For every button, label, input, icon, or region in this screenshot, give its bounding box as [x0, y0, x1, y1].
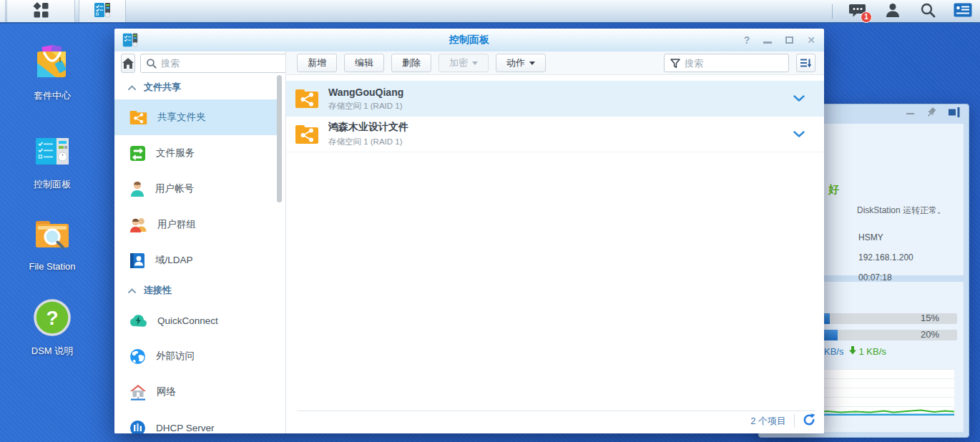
notification-badge: 1 — [861, 11, 872, 23]
delete-button[interactable]: 删除 — [391, 54, 431, 72]
sidebar-item-quickconnect[interactable]: QuickConnect — [114, 303, 285, 338]
window-titlebar[interactable]: 控制面板 ? ✕ — [114, 29, 824, 51]
desktop-icon-label: 控制面板 — [34, 178, 71, 191]
dhcp-server-icon — [129, 420, 146, 434]
sidebar-search-box[interactable] — [140, 54, 286, 73]
sidebar-item-label: 外部访问 — [156, 350, 195, 363]
desktop-icon-label: File Station — [29, 261, 75, 272]
search-icon — [146, 58, 157, 69]
sort-button[interactable] — [796, 54, 815, 72]
caret-down-icon — [529, 62, 535, 65]
home-icon — [122, 57, 134, 69]
main-menu-button[interactable] — [6, 0, 75, 22]
minimize-button[interactable] — [763, 37, 772, 44]
package-center-icon — [33, 43, 72, 84]
ip-address-value: 192.168.1.200 — [858, 252, 913, 262]
network-speed-row: KB/s 1 KB/s — [824, 346, 886, 357]
sidebar-group-title: 文件共享 — [144, 81, 181, 94]
delete-label: 删除 — [402, 57, 421, 69]
file-services-icon — [129, 145, 146, 162]
home-button[interactable] — [121, 54, 135, 73]
filter-search-input[interactable] — [685, 58, 783, 69]
server-name-value: HSMY — [858, 232, 883, 242]
search-button[interactable] — [918, 1, 938, 21]
user-menu-button[interactable] — [883, 1, 903, 21]
maximize-icon — [785, 36, 793, 44]
taskbar-edge-button[interactable] — [0, 0, 6, 22]
file-station-icon — [32, 215, 72, 256]
widget-minimize-icon[interactable] — [906, 113, 914, 114]
desktop-icon-control-panel[interactable]: 控制面板 — [24, 132, 81, 191]
shared-folder-list: WangGouQiang 存储空间 1 (RAID 1) — [286, 81, 824, 152]
folder-location: 存储空间 1 (RAID 1) — [328, 137, 408, 147]
uptime-value: 00:07:18 — [858, 272, 892, 283]
sidebar-item-label: 网络 — [157, 385, 176, 398]
shared-folder-row[interactable]: 鸿森木业设计文件 存储空间 1 (RAID 1) — [286, 117, 824, 152]
edit-button[interactable]: 编辑 — [344, 54, 384, 72]
sidebar-item-user-account[interactable]: 用户帐号 — [114, 171, 285, 207]
item-count: 2 个项目 — [750, 415, 786, 428]
sidebar-group-connectivity[interactable]: 连接性 — [114, 278, 285, 303]
desktop-icon-file-station[interactable]: File Station — [24, 215, 81, 272]
cpu-percent-label: 15% — [921, 313, 939, 323]
sidebar-item-shared-folder[interactable]: 共享文件夹 — [114, 99, 280, 135]
sidebar-item-dhcp-server[interactable]: DHCP Server — [114, 410, 285, 433]
download-arrow-icon — [849, 346, 856, 357]
help-button[interactable]: ? — [744, 35, 750, 45]
desktop-icon-package-center[interactable]: 套件中心 — [24, 43, 81, 102]
main-menu-icon — [32, 1, 49, 21]
ram-percent-label: 20% — [921, 329, 939, 340]
widget-stack-icon[interactable] — [949, 107, 960, 120]
control-panel-window: 控制面板 ? ✕ — [114, 29, 824, 433]
sidebar-item-user-group[interactable]: 用户群组 — [114, 207, 285, 242]
sidebar-scrollbar[interactable] — [277, 75, 282, 202]
filter-icon — [670, 59, 680, 68]
maximize-button[interactable] — [785, 36, 793, 44]
quickconnect-icon — [129, 314, 147, 327]
chevron-down-icon[interactable] — [793, 95, 805, 102]
taskbar: 1 — [0, 0, 980, 24]
notifications-button[interactable]: 1 — [848, 1, 868, 21]
minimize-icon — [763, 41, 772, 44]
shared-folder-icon — [129, 110, 147, 125]
encrypt-label: 加密 — [449, 57, 468, 69]
close-button[interactable]: ✕ — [807, 35, 815, 45]
chevron-down-icon[interactable] — [793, 131, 805, 138]
taskbar-divider — [832, 4, 833, 19]
sidebar-group-title: 连接性 — [144, 284, 172, 297]
folder-location: 存储空间 1 (RAID 1) — [328, 101, 403, 112]
encrypt-dropdown-button[interactable]: 加密 — [438, 54, 489, 72]
shared-folder-row[interactable]: WangGouQiang 存储空间 1 (RAID 1) — [286, 81, 824, 117]
action-dropdown-button[interactable]: 动作 — [496, 54, 546, 72]
taskbar-control-panel-button[interactable] — [79, 0, 126, 22]
sidebar-item-label: 文件服务 — [156, 147, 195, 159]
sidebar: 文件共享 共享文件夹 文件服务 — [114, 51, 286, 433]
pin-icon[interactable] — [926, 107, 936, 121]
pilot-view-button[interactable] — [953, 1, 973, 21]
sidebar-group-file-sharing[interactable]: 文件共享 — [114, 75, 285, 99]
sidebar-item-network[interactable]: 网络 — [114, 374, 285, 410]
desktop-icon-dsm-help[interactable]: ? DSM 说明 — [24, 298, 81, 358]
control-panel-icon — [93, 1, 112, 22]
sidebar-item-label: 域/LDAP — [155, 254, 193, 267]
chevron-up-icon — [128, 85, 136, 90]
sidebar-item-label: DHCP Server — [156, 423, 215, 433]
user-group-icon — [129, 216, 147, 233]
sidebar-item-external-access[interactable]: 外部访问 — [114, 338, 285, 374]
desktop-icon-label: DSM 说明 — [31, 345, 74, 358]
window-title: 控制面板 — [114, 29, 824, 51]
refresh-button[interactable] — [803, 413, 815, 429]
sort-icon — [800, 58, 812, 69]
add-button[interactable]: 新增 — [297, 54, 337, 72]
toolbar: 新增 编辑 删除 加密 动作 — [286, 51, 824, 75]
add-label: 新增 — [308, 57, 326, 69]
dsm-help-icon: ? — [33, 298, 72, 340]
sidebar-item-domain-ldap[interactable]: 域/LDAP — [114, 242, 285, 278]
taskbar-right-group: 1 — [832, 0, 973, 22]
filter-search-box[interactable] — [664, 54, 789, 72]
sidebar-item-file-services[interactable]: 文件服务 — [114, 135, 285, 171]
sidebar-item-label: 用户群组 — [157, 218, 196, 231]
sidebar-item-label: 用户帐号 — [155, 182, 194, 195]
sidebar-search-input[interactable] — [161, 58, 286, 69]
shared-folder-icon — [295, 89, 319, 109]
